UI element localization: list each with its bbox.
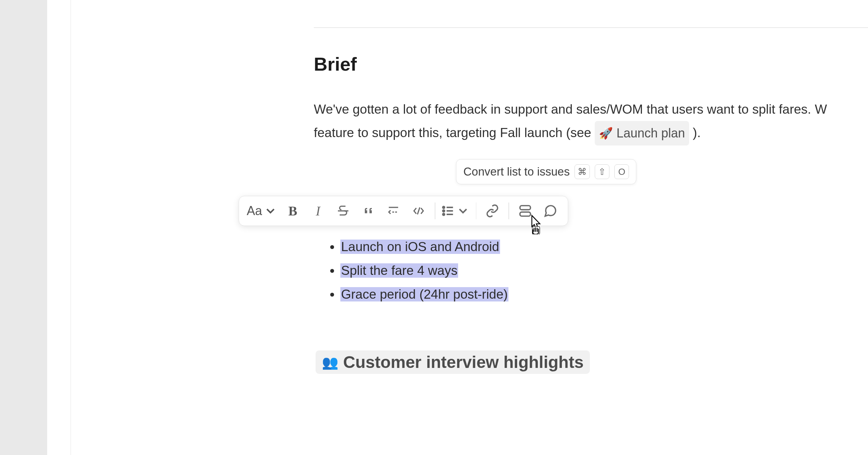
floating-format-toolbar: Aa B I: [239, 196, 568, 226]
issues-icon: [518, 204, 532, 218]
svg-rect-12: [520, 212, 530, 216]
strikethrough-icon: [336, 204, 350, 218]
comment-icon: [543, 204, 557, 218]
link-text: Launch plan: [616, 122, 685, 145]
list-type-button[interactable]: [440, 200, 471, 222]
rocket-icon: 🚀: [599, 122, 613, 145]
paragraph-text: We've gotten a lot of feedback in suppor…: [314, 102, 827, 116]
heading-brief[interactable]: Brief: [314, 53, 357, 75]
toolbar-separator: [435, 202, 435, 219]
italic-icon: I: [316, 203, 320, 219]
tooltip-label: Convert list to issues: [463, 165, 570, 178]
bold-button[interactable]: B: [282, 200, 304, 222]
strikethrough-button[interactable]: [332, 200, 354, 222]
comment-button[interactable]: [539, 200, 562, 222]
divider: [314, 27, 868, 28]
inline-page-link[interactable]: 🚀 Launch plan: [595, 121, 689, 145]
inline-code-button[interactable]: [382, 200, 405, 222]
selected-text: Grace period (24hr post-ride): [340, 287, 508, 301]
chevron-down-icon: [263, 204, 277, 218]
paragraph-text-line2: feature to support this, targeting Fall …: [314, 126, 595, 140]
toolbar-separator: [476, 202, 477, 219]
code-block-button[interactable]: [407, 200, 430, 222]
list-item[interactable]: Split the fare 4 ways: [340, 259, 508, 283]
selected-text: Launch on iOS and Android: [340, 240, 500, 254]
link-button[interactable]: [481, 200, 504, 222]
list-item[interactable]: Launch on iOS and Android: [340, 235, 508, 259]
svg-point-7: [443, 210, 444, 212]
convert-list-tooltip: Convert list to issues ⌘ ⇧ O: [456, 159, 636, 184]
people-icon: 👥: [322, 355, 338, 370]
italic-button[interactable]: I: [307, 200, 329, 222]
window-edge: [0, 0, 47, 455]
text-style-label: Aa: [247, 204, 262, 218]
quote-button[interactable]: [357, 200, 379, 222]
kbd-shift: ⇧: [595, 164, 609, 179]
svg-rect-11: [520, 206, 530, 210]
left-gutter: [47, 0, 71, 455]
subpage-title: Customer interview highlights: [343, 353, 584, 372]
paragraph-text-after: ).: [689, 126, 701, 140]
brief-paragraph[interactable]: We've gotten a lot of feedback in suppor…: [314, 98, 868, 145]
subpage-link[interactable]: 👥 Customer interview highlights: [316, 350, 590, 374]
link-icon: [485, 204, 499, 218]
list-item[interactable]: Grace period (24hr post-ride): [340, 283, 508, 306]
requirements-list[interactable]: Launch on iOS and Android Split the fare…: [328, 235, 508, 306]
text-style-button[interactable]: Aa: [245, 200, 279, 222]
chevron-down-icon: [456, 204, 470, 218]
toolbar-separator: [508, 202, 509, 219]
kbd-cmd: ⌘: [574, 164, 590, 179]
convert-to-issues-button[interactable]: [514, 200, 536, 222]
document-content: Brief We've gotten a lot of feedback in …: [71, 0, 868, 455]
code-block-icon: [412, 204, 426, 218]
selected-text: Split the fare 4 ways: [340, 263, 458, 278]
svg-point-9: [443, 214, 444, 215]
inline-code-icon: [386, 204, 400, 218]
bold-icon: B: [288, 203, 297, 219]
list-icon: [441, 204, 455, 218]
kbd-o: O: [614, 164, 629, 179]
quote-icon: [361, 204, 375, 218]
svg-point-5: [443, 207, 444, 208]
svg-line-4: [418, 207, 420, 214]
